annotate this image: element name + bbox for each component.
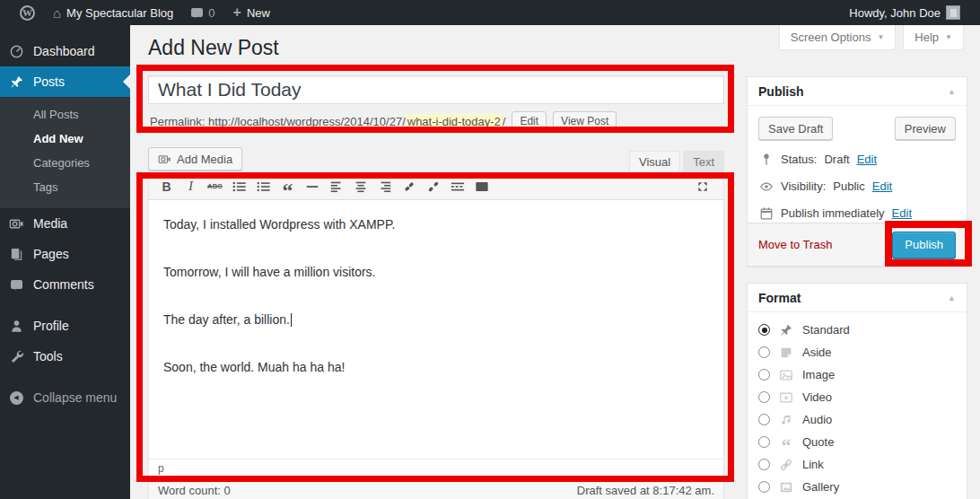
numbered-list-button[interactable] [251, 176, 276, 197]
minor-publishing-actions: Save Draft Preview [758, 117, 956, 140]
format-option-link[interactable]: Link [748, 453, 967, 476]
toggle-panel-icon[interactable]: ▲ [948, 87, 956, 96]
format-option-audio[interactable]: Audio [748, 408, 967, 431]
insert-link-button[interactable] [397, 176, 421, 197]
submenu-item-add-new[interactable]: Add New [0, 127, 130, 151]
radio-button[interactable] [758, 459, 770, 470]
radio-button[interactable] [758, 324, 770, 336]
pages-icon [7, 246, 25, 262]
format-option-gallery[interactable]: Gallery [748, 476, 967, 498]
sidebar-item-posts[interactable]: Posts [0, 66, 130, 97]
publish-metabox-header: Publish ▲ [748, 77, 967, 106]
remove-link-button[interactable] [421, 176, 445, 197]
sidebar-item-pages[interactable]: Pages [0, 239, 130, 269]
edit-status-link[interactable]: Edit [857, 153, 877, 166]
page-title: Add New Post [148, 36, 279, 60]
radio-button[interactable] [758, 481, 770, 493]
bold-button[interactable]: B [154, 176, 179, 197]
text-cursor [291, 313, 292, 327]
blockquote-icon: “ [283, 187, 293, 196]
bold-icon: B [162, 179, 171, 194]
horizontal-rule-button[interactable] [300, 176, 324, 197]
new-content-menu[interactable]: + New [224, 0, 279, 25]
sidebar-item-dashboard[interactable]: Dashboard [0, 36, 130, 66]
publish-button[interactable]: Publish [892, 232, 956, 258]
editor-statusbar: p [149, 459, 723, 477]
align-center-button[interactable] [348, 176, 372, 197]
sidebar-item-profile[interactable]: Profile [0, 311, 130, 341]
word-count: Word count: 0 [158, 484, 231, 497]
format-option-standard[interactable]: Standard [748, 319, 967, 341]
visibility-row: Visibility: Public Edit [758, 179, 956, 194]
tab-visual[interactable]: Visual [629, 151, 680, 172]
gallery-icon [778, 479, 794, 495]
edit-permalink-button[interactable]: Edit [512, 111, 547, 132]
tab-text[interactable]: Text [683, 151, 724, 172]
radio-button[interactable] [758, 369, 770, 381]
schedule-label: Publish immediately [781, 206, 885, 220]
sidebar-item-media[interactable]: Media [0, 208, 130, 239]
format-option-quote[interactable]: “ Quote [748, 431, 967, 453]
editor-paragraph: Tomorrow, I will have a million visitors… [163, 264, 709, 281]
format-option-video[interactable]: Video [748, 386, 967, 408]
collapse-menu-button[interactable]: ◀ Collapse menu [0, 382, 130, 413]
wordpress-logo-menu[interactable]: W [11, 0, 44, 25]
sidebar-item-tools[interactable]: Tools [0, 341, 130, 372]
site-name-link[interactable]: ⌂ My Spectacular Blog [44, 0, 182, 25]
align-center-icon [354, 180, 368, 193]
move-to-trash-link[interactable]: Move to Trash [758, 238, 832, 251]
read-more-button[interactable] [445, 176, 469, 197]
editor-paragraph: Today, I installed Wordpress with XAMPP. [163, 216, 709, 233]
radio-button[interactable] [758, 436, 770, 448]
media-camera-icon [7, 215, 25, 232]
sidebar-item-label: Comments [33, 277, 94, 292]
toggle-panel-icon[interactable]: ▲ [948, 293, 956, 302]
new-label: New [247, 6, 270, 20]
editor-content-area[interactable]: Today, I installed Wordpress with XAMPP.… [149, 200, 723, 459]
format-option-label: Gallery [802, 480, 839, 494]
edit-schedule-link[interactable]: Edit [892, 206, 912, 220]
fullscreen-expand-icon [696, 180, 710, 193]
sidebar-item-comments[interactable]: Comments [0, 269, 130, 300]
format-option-image[interactable]: Image [748, 363, 967, 386]
screen-options-button[interactable]: Screen Options ▼ [779, 25, 897, 50]
account-menu[interactable]: Howdy, John Doe [840, 0, 969, 25]
format-option-aside[interactable]: Aside [748, 341, 967, 363]
word-count-label: Word count: [158, 484, 221, 497]
post-status-info: Word count: 0 Draft saved at 8:17:42 am. [148, 482, 724, 499]
permalink-suffix: / [503, 115, 506, 128]
add-media-button[interactable]: Add Media [148, 147, 242, 171]
strikethrough-button[interactable]: ABC [203, 176, 227, 197]
help-button[interactable]: Help ▼ [903, 25, 964, 50]
view-post-button[interactable]: View Post [553, 111, 617, 132]
align-left-button[interactable] [324, 176, 348, 197]
radio-button[interactable] [758, 346, 770, 358]
format-option-label: Image [802, 368, 835, 381]
radio-button[interactable] [758, 391, 770, 403]
word-count-value: 0 [223, 484, 230, 497]
post-title-input[interactable] [148, 75, 724, 104]
permalink-slug: what-i-did-today-2 [406, 114, 503, 129]
format-option-label: Standard [802, 323, 850, 337]
save-draft-button[interactable]: Save Draft [758, 117, 833, 140]
italic-button[interactable]: I [179, 176, 203, 197]
plus-icon: + [233, 5, 241, 20]
preview-button[interactable]: Preview [895, 117, 956, 140]
bulleted-list-button[interactable] [227, 176, 251, 197]
radio-button[interactable] [758, 414, 770, 425]
submenu-item-tags[interactable]: Tags [0, 175, 130, 199]
blockquote-button[interactable]: “ [276, 176, 300, 197]
sidebar-item-label: Profile [33, 319, 69, 333]
pushpin-icon [7, 74, 25, 90]
toolbar-toggle-icon [475, 180, 489, 193]
comments-admin-link[interactable]: 0 [182, 0, 223, 25]
align-right-button[interactable] [372, 176, 397, 197]
comments-count: 0 [208, 6, 214, 20]
edit-visibility-link[interactable]: Edit [872, 179, 892, 193]
format-title: Format [758, 291, 801, 305]
submenu-item-categories[interactable]: Categories [0, 151, 130, 175]
submenu-item-all-posts[interactable]: All Posts [0, 102, 130, 127]
distraction-free-button[interactable] [690, 176, 714, 197]
comment-bubble-icon [191, 8, 203, 17]
toolbar-toggle-button[interactable] [469, 176, 494, 197]
